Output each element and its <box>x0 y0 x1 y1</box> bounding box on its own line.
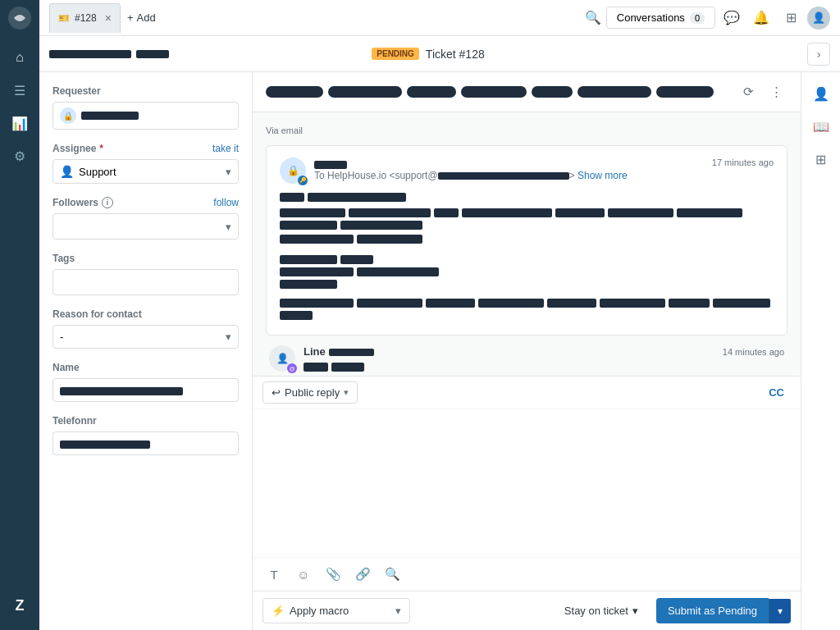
message-card-2: 👤 @ Line 14 minutes ago <box>266 345 788 376</box>
apps-icon[interactable]: ⊞ <box>806 144 836 174</box>
reply-editor[interactable] <box>253 409 801 557</box>
message-body-1 <box>280 193 774 320</box>
assignee-select[interactable]: 👤 Support ▾ <box>52 159 239 184</box>
knowledge-base-icon[interactable]: 📖 <box>806 112 836 141</box>
format-toolbar: T ☺ 📎 🔗 🔍 <box>253 557 801 591</box>
history-icon[interactable]: ⟳ <box>737 80 760 103</box>
user-profile-icon[interactable]: 👤 <box>806 79 836 108</box>
reason-section: Reason for contact - ▾ <box>52 308 239 349</box>
nav-settings-icon[interactable]: ⚙ <box>5 141 34 171</box>
search-button[interactable]: 🔍 <box>580 5 606 31</box>
show-more-link[interactable]: Show more <box>578 170 628 181</box>
message-header-1: 🔒 🔑 To HelpHouse.io <support@> Show more <box>280 158 774 186</box>
user-avatar[interactable]: 👤 <box>807 7 830 30</box>
requester-label: Requester <box>52 85 239 97</box>
phone-value <box>60 441 150 449</box>
attach-icon[interactable]: 📎 <box>322 563 345 586</box>
nav-views-icon[interactable]: ☰ <box>5 75 34 105</box>
sender-avatar-1: 🔒 🔑 <box>280 158 306 184</box>
stay-ticket-chevron-icon: ▾ <box>632 605 638 617</box>
macro-chevron-icon: ▾ <box>395 605 401 617</box>
ticket-title: Ticket #128 <box>426 48 485 61</box>
ticket-tab[interactable]: 🎫 #128 × <box>49 3 121 33</box>
followers-section: Followers i follow ▾ <box>52 197 239 240</box>
reply-type-chevron-icon: ▾ <box>344 387 349 398</box>
requester-avatar: 🔒 <box>60 107 76 124</box>
to-redacted <box>438 172 569 180</box>
reply-icon: ↩ <box>272 386 281 399</box>
followers-chevron-icon: ▾ <box>226 221 231 233</box>
assignee-label: Assignee * take it <box>52 143 239 154</box>
conversations-button[interactable]: Conversations 0 <box>606 7 715 29</box>
more-options-icon[interactable]: ⋮ <box>765 80 788 103</box>
reason-select[interactable]: - ▾ <box>52 325 239 349</box>
followers-field[interactable]: ▾ <box>52 213 239 240</box>
apply-macro-label: Apply macro <box>290 605 349 617</box>
content-area: Requester 🔒 Assignee * take it 👤 Support <box>39 72 840 630</box>
tags-label: Tags <box>52 253 239 264</box>
search-format-icon[interactable]: 🔍 <box>381 563 404 586</box>
submit-button-group: Submit as Pending ▾ <box>656 598 791 623</box>
assignee-section: Assignee * take it 👤 Support ▾ <box>52 143 239 184</box>
nav-reports-icon[interactable]: 📊 <box>5 108 34 138</box>
line-username <box>329 346 374 358</box>
submit-dropdown-button[interactable]: ▾ <box>769 599 791 623</box>
sidebar: Requester 🔒 Assignee * take it 👤 Support <box>39 72 253 630</box>
via-email: Via email <box>266 126 788 135</box>
left-navigation: ⌂ ☰ 📊 ⚙ Z <box>0 0 39 630</box>
stay-on-ticket-button[interactable]: Stay on ticket ▾ <box>553 598 650 623</box>
link-icon[interactable]: 🔗 <box>351 563 374 586</box>
submit-main-button[interactable]: Submit as Pending <box>656 598 769 623</box>
requester-field[interactable]: 🔒 <box>52 102 239 130</box>
requester-name <box>81 112 139 120</box>
nav-zendesk-icon[interactable]: Z <box>5 591 34 620</box>
line-header: Line 14 minutes ago <box>304 345 784 358</box>
take-it-link[interactable]: take it <box>212 143 239 154</box>
add-button[interactable]: + Add <box>121 8 162 27</box>
sender-name-1 <box>314 158 712 170</box>
title-pill-6 <box>578 86 651 98</box>
notifications-icon[interactable]: 🔔 <box>748 5 774 31</box>
reason-label: Reason for contact <box>52 308 239 320</box>
reply-area: ↩ Public reply ▾ CC T ☺ 📎 🔗 🔍 <box>253 376 801 591</box>
conversation-area: ⟳ ⋮ Via email 🔒 🔑 <box>253 72 801 630</box>
title-pill-5 <box>532 86 573 98</box>
message-time-2: 14 minutes ago <box>723 347 784 357</box>
messages-container: Via email 🔒 🔑 To HelpHo <box>253 112 801 376</box>
reply-type-button[interactable]: ↩ Public reply ▾ <box>262 381 358 404</box>
line-content: Line 14 minutes ago <box>304 345 784 376</box>
name-value <box>60 387 183 395</box>
title-pill-4 <box>461 86 527 98</box>
followers-label: Followers i follow <box>52 197 239 208</box>
emoji-icon[interactable]: ☺ <box>292 563 315 586</box>
followers-info-icon[interactable]: i <box>102 197 113 208</box>
tags-field[interactable] <box>52 269 239 295</box>
nav-home-icon[interactable]: ⌂ <box>5 43 34 72</box>
apps-grid-icon[interactable]: ⊞ <box>778 5 804 31</box>
right-panel: 👤 📖 ⊞ <box>801 72 840 630</box>
navigate-next-button[interactable]: › <box>807 43 830 66</box>
message-to-1: To HelpHouse.io <support@> Show more <box>314 170 712 181</box>
requester-section: Requester 🔒 <box>52 85 239 130</box>
tab-close-icon[interactable]: × <box>105 11 112 25</box>
reply-toolbar: ↩ Public reply ▾ CC <box>253 377 801 409</box>
apply-macro-select[interactable]: ⚡ Apply macro ▾ <box>262 598 410 623</box>
conversations-count: 0 <box>690 12 705 24</box>
conversation-title <box>266 86 732 98</box>
sender-name-redacted <box>314 161 347 169</box>
required-mark: * <box>99 143 103 154</box>
follow-link[interactable]: follow <box>213 197 239 208</box>
chat-icon[interactable]: 💬 <box>719 5 745 31</box>
assignee-icon: 👤 <box>60 165 74 178</box>
app-logo[interactable] <box>8 7 31 30</box>
stay-ticket-label: Stay on ticket <box>564 605 628 617</box>
macro-icon: ⚡ <box>272 605 285 617</box>
title-pill-2 <box>328 86 402 98</box>
line-username-redacted <box>329 349 374 356</box>
phone-section: Telefonnr <box>52 415 239 455</box>
title-pill-1 <box>266 86 323 98</box>
reply-type-label: Public reply <box>285 386 340 399</box>
text-format-icon[interactable]: T <box>262 563 285 586</box>
cc-button[interactable]: CC <box>762 383 791 402</box>
top-bar: 🎫 #128 × + Add 🔍 Conversations 0 💬 🔔 ⊞ 👤 <box>39 0 840 36</box>
